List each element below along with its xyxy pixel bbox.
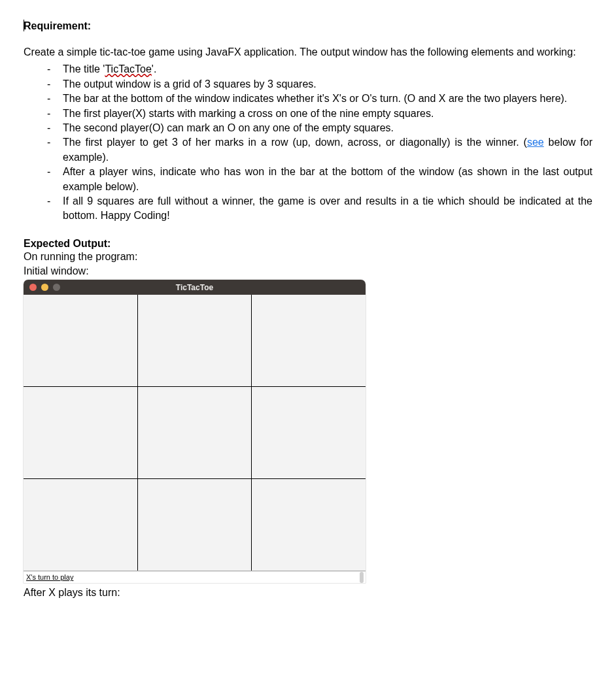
game-grid	[24, 295, 366, 571]
list-item: The title 'TicTacToe'.	[24, 62, 592, 76]
list-item: The second player(O) can mark an O on an…	[24, 121, 592, 135]
requirement-list: The title 'TicTacToe'. The output window…	[24, 62, 592, 223]
list-text: The first player(X) starts with marking …	[63, 108, 434, 119]
expected-line-running: On running the program:	[24, 250, 592, 264]
grid-cell[interactable]	[252, 295, 366, 386]
list-item: The first player to get 3 of her marks i…	[24, 135, 592, 165]
window-controls	[29, 284, 60, 291]
list-item: If all 9 squares are full without a winn…	[24, 194, 592, 224]
grid-cell[interactable]	[24, 479, 137, 571]
list-text-post: '.	[152, 63, 157, 75]
list-text-pre: The first player to get 3 of her marks i…	[63, 137, 527, 148]
list-text: The bar at the bottom of the window indi…	[63, 93, 567, 104]
minimize-icon[interactable]	[41, 284, 48, 291]
list-text: After a player wins, indicate who has wo…	[63, 166, 592, 191]
status-bar: X's turn to play	[24, 571, 366, 583]
list-text: If all 9 squares are full without a winn…	[63, 195, 592, 221]
spellcheck-squiggle: TicTacToe	[105, 63, 151, 75]
grid-cell[interactable]	[252, 479, 366, 571]
list-text: The second player(O) can mark an O on an…	[63, 122, 394, 133]
section-heading-requirement: Requirement:	[24, 20, 592, 32]
titlebar: TicTacToe	[24, 280, 366, 295]
grid-cell[interactable]	[24, 295, 137, 386]
list-item: After a player wins, indicate who has wo…	[24, 165, 592, 194]
window-title: TicTacToe	[24, 283, 366, 292]
section-heading-expected: Expected Output:	[24, 238, 592, 250]
list-item: The bar at the bottom of the window indi…	[24, 91, 592, 106]
list-text: The output window is a grid of 3 squares…	[63, 78, 317, 90]
maximize-icon[interactable]	[53, 284, 60, 291]
grid-cell[interactable]	[24, 387, 137, 478]
grid-cell[interactable]	[138, 387, 252, 478]
list-item: The first player(X) starts with marking …	[24, 107, 592, 121]
expected-line-after-x: After X plays its turn:	[24, 586, 592, 600]
grid-cell[interactable]	[138, 295, 252, 386]
intro-paragraph: Create a simple tic-tac-toe game using J…	[24, 45, 592, 59]
heading-text: Requirement:	[24, 20, 91, 31]
list-item: The output window is a grid of 3 squares…	[24, 77, 592, 91]
list-text-pre: The title '	[63, 63, 105, 75]
expected-line-initial: Initial window:	[24, 264, 592, 278]
grid-cell[interactable]	[252, 387, 366, 478]
app-window: TicTacToe X's turn to play	[24, 280, 366, 583]
grid-cell[interactable]	[138, 479, 252, 571]
hyperlink-see[interactable]: see	[527, 137, 544, 148]
close-icon[interactable]	[29, 284, 37, 291]
